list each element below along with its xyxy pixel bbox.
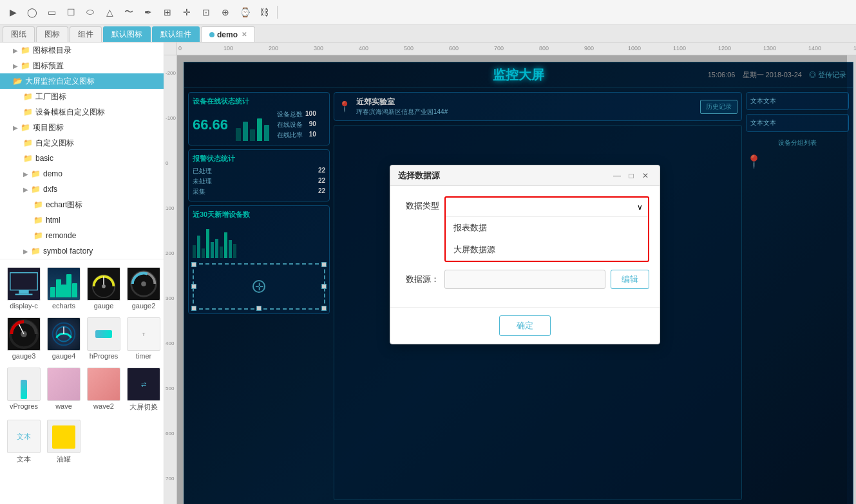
sidebar-item-dxfs[interactable]: ▶ 📁 dxfs: [0, 182, 164, 197]
toolbar-cross-icon[interactable]: ✛: [179, 5, 195, 20]
component-dashswitch[interactable]: ⇌ 大屏切换: [125, 365, 162, 415]
sidebar-arrow-demo: ▶: [23, 171, 28, 178]
confirm-btn[interactable]: 确定: [499, 315, 551, 336]
ruler-horizontal: 0 100 200 300 400 500 600 700 800 900 10…: [177, 42, 856, 55]
toolbar-plus-icon[interactable]: ⊕: [218, 5, 233, 20]
component-label-gauge4: gauge4: [47, 352, 81, 360]
sidebar-item-echart[interactable]: 📁 echart图标: [0, 197, 164, 212]
component-label-gauge: gauge: [87, 302, 120, 310]
toolbar-circle-icon[interactable]: ◯: [24, 5, 40, 20]
tab-demo-close[interactable]: ✕: [242, 31, 247, 38]
svg-text:400: 400: [166, 341, 175, 346]
component-label-text: 文本: [7, 454, 41, 464]
svg-text:1300: 1300: [763, 45, 776, 51]
sidebar-item-root[interactable]: ▶ 📁 图标根目录: [0, 42, 164, 58]
svg-rect-0: [10, 273, 37, 290]
sidebar-item-bigscreen[interactable]: 📂 大屏监控自定义图标: [0, 73, 164, 89]
toolbar-rect2-icon[interactable]: ☐: [63, 5, 79, 20]
toolbar-chain-icon[interactable]: ⛓: [256, 5, 272, 20]
component-vprogress[interactable]: vProgres: [5, 365, 43, 415]
sidebar-item-symbol[interactable]: ▶ 📁 symbol factory: [0, 243, 164, 259]
sidebar-item-custom[interactable]: 📁 自定义图标: [0, 135, 164, 151]
component-text[interactable]: 文本 文本: [5, 417, 43, 467]
component-display[interactable]: display-c: [5, 265, 43, 312]
sidebar-item-preset[interactable]: ▶ 📁 图标预置: [0, 58, 164, 73]
ruler-corner: [164, 42, 177, 55]
svg-text:300: 300: [314, 45, 323, 51]
svg-text:-200: -200: [166, 70, 176, 76]
data-type-dropdown[interactable]: ∨ 报表数据 大屏数据源: [444, 196, 649, 262]
oilpot-inner: [52, 425, 75, 449]
toolbar-grid-icon[interactable]: ⊞: [160, 5, 175, 20]
component-thumb-wave: [47, 368, 81, 401]
component-timer[interactable]: T timer: [125, 315, 162, 362]
dropdown-trigger-row[interactable]: ∨: [446, 198, 648, 217]
sidebar-item-project[interactable]: ▶ 📁 项目图标: [0, 120, 164, 135]
component-hprogress[interactable]: hProgres: [85, 315, 122, 362]
toolbar-oval-icon[interactable]: ⬭: [82, 5, 98, 20]
tab-default-components[interactable]: 默认组件: [152, 26, 200, 42]
tab-bar: 图纸 图标 组件 默认图标 默认组件 demo ✕: [0, 24, 856, 42]
tab-components[interactable]: 组件: [70, 26, 102, 42]
tab-icons[interactable]: 图标: [36, 26, 68, 42]
tab-default-icons[interactable]: 默认图标: [103, 26, 151, 42]
hprogress-bar: [95, 330, 111, 338]
svg-text:1100: 1100: [673, 45, 686, 51]
sidebar-item-factory[interactable]: 📁 工厂图标: [0, 89, 164, 104]
component-gauge3[interactable]: gauge3: [5, 315, 43, 362]
component-oilpot[interactable]: 油罐: [45, 417, 82, 467]
svg-text:1200: 1200: [718, 45, 731, 51]
sidebar-item-equipment-template[interactable]: 📁 设备模板自定义图标: [0, 104, 164, 120]
component-thumb-text: 文本: [7, 420, 41, 453]
tab-demo[interactable]: demo ✕: [201, 26, 255, 42]
top-toolbar: ▶ ◯ ▭ ☐ ⬭ △ 〜 ✒ ⊞ ✛ ⊡ ⊕ ⌚ ⛓: [0, 0, 856, 24]
sidebar-item-remonde[interactable]: 📁 remonde: [0, 228, 164, 243]
component-label-vprogress: vProgres: [7, 402, 41, 410]
dropdown-option-report[interactable]: 报表数据: [446, 217, 648, 239]
svg-text:100: 100: [166, 205, 175, 211]
toolbar-rect-icon[interactable]: ▭: [44, 5, 59, 20]
sidebar-item-html[interactable]: 📁 html: [0, 212, 164, 228]
component-gauge4[interactable]: gauge4: [45, 315, 82, 362]
toolbar-triangle-icon[interactable]: △: [102, 5, 117, 20]
dialog-minimize-btn[interactable]: —: [611, 169, 623, 182]
component-label-echarts: echarts: [47, 302, 81, 310]
toolbar-clock-icon[interactable]: ⌚: [237, 5, 252, 20]
component-label-oilpot: 油罐: [47, 454, 81, 464]
component-label-wave: wave: [47, 402, 81, 410]
dropdown-option-bigscreen[interactable]: 大屏数据源: [446, 239, 648, 261]
tab-drawings[interactable]: 图纸: [3, 26, 35, 42]
sidebar-folder-factory: 📁: [23, 92, 33, 101]
svg-text:-100: -100: [166, 115, 176, 121]
component-wave2[interactable]: wave2: [85, 365, 122, 415]
toolbar-arrow-icon[interactable]: ▶: [5, 5, 21, 20]
svg-text:400: 400: [359, 45, 368, 51]
dialog-restore-btn[interactable]: □: [625, 169, 638, 182]
sidebar-item-demo[interactable]: ▶ 📁 demo: [0, 166, 164, 182]
component-thumb-dashswitch: ⇌: [127, 368, 160, 401]
sidebar-item-basic[interactable]: 📁 basic: [0, 151, 164, 166]
svg-text:1400: 1400: [808, 45, 821, 51]
component-wave[interactable]: wave: [45, 365, 82, 415]
sidebar-folder-root: 📁: [21, 46, 30, 55]
svg-text:300: 300: [166, 295, 175, 301]
toolbar-pen-icon[interactable]: ✒: [140, 5, 156, 20]
data-source-field[interactable]: [444, 270, 605, 289]
svg-text:700: 700: [494, 45, 504, 51]
component-gauge2[interactable]: gauge2: [125, 265, 162, 312]
select-datasource-dialog: 选择数据源 — □ ✕ 数据类型: [390, 165, 660, 344]
sidebar-folder-basic: 📁: [23, 154, 33, 163]
toolbar-curve-icon[interactable]: 〜: [121, 5, 137, 20]
component-thumb-gauge4: [47, 317, 81, 351]
svg-rect-2: [15, 294, 33, 295]
component-gauge[interactable]: gauge: [85, 265, 122, 312]
component-label-display: display-c: [7, 302, 41, 310]
component-echarts[interactable]: echarts: [45, 265, 82, 312]
toolbar-group-icon[interactable]: ⊡: [198, 5, 214, 20]
canvas-area[interactable]: 0 100 200 300 400 500 600 700 800 900 10…: [164, 42, 856, 504]
component-thumb-gauge3: [7, 317, 41, 351]
dialog-close-btn[interactable]: ✕: [639, 169, 652, 182]
edit-btn[interactable]: 编辑: [611, 270, 649, 289]
sidebar-arrow-project: ▶: [13, 124, 18, 131]
canvas-content[interactable]: 监控大屏 15:06:06 星期一 2018-03-24 ◎ 登传记录 设备在线…: [177, 55, 856, 504]
